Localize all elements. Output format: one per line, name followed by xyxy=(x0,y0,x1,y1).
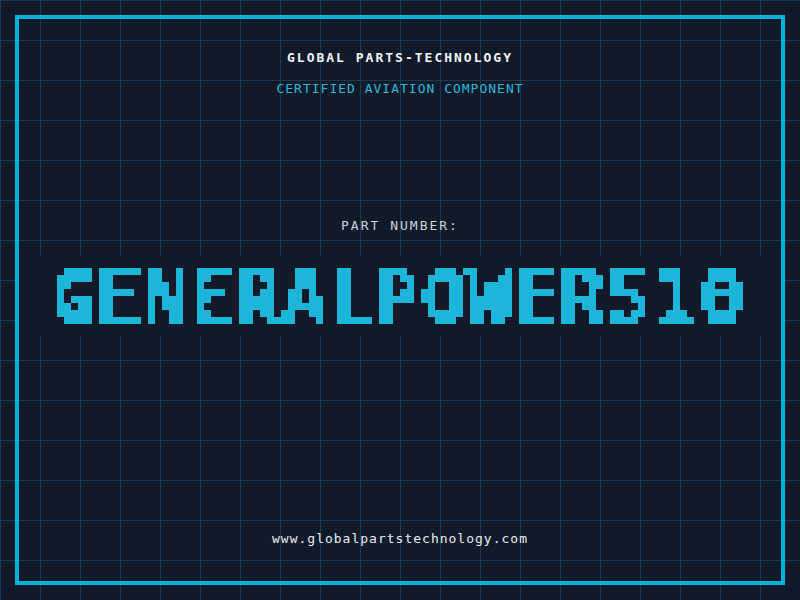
blueprint-page: GLOBAL PARTS-TECHNOLOGY CERTIFIED AVIATI… xyxy=(0,0,800,600)
part-number-label: PART NUMBER: xyxy=(0,218,800,233)
part-number-pixel-text xyxy=(43,247,757,345)
website-url: www.globalpartstechnology.com xyxy=(0,531,800,546)
part-number-band xyxy=(19,256,781,336)
certification-tagline: CERTIFIED AVIATION COMPONENT xyxy=(0,81,800,96)
company-name: GLOBAL PARTS-TECHNOLOGY xyxy=(0,50,800,65)
